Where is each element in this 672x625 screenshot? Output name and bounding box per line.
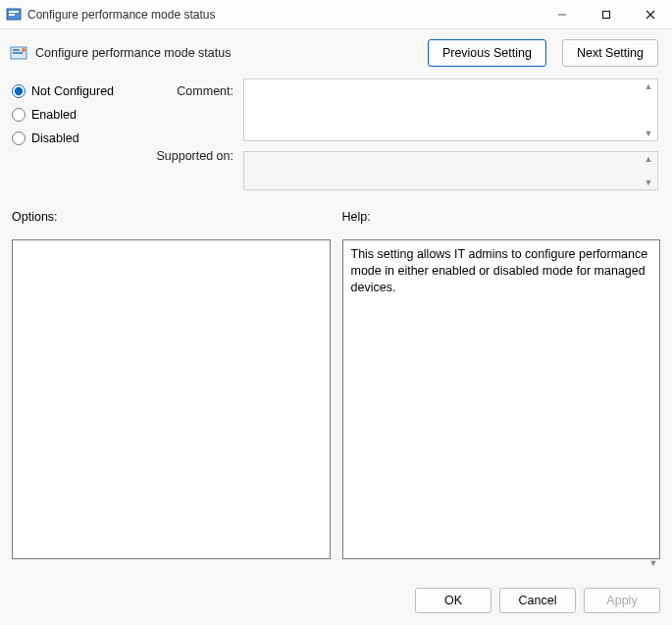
scroll-down-icon[interactable]: ▼ bbox=[642, 128, 655, 139]
svg-point-10 bbox=[22, 48, 26, 52]
scroll-up-icon[interactable]: ▲ bbox=[642, 80, 655, 92]
help-panel: This setting allows IT admins to configu… bbox=[342, 239, 661, 559]
svg-rect-4 bbox=[602, 11, 609, 18]
supported-on-field: ▲ ▼ bbox=[243, 151, 658, 190]
options-panel bbox=[12, 239, 331, 559]
radio-disabled[interactable]: Disabled bbox=[12, 131, 139, 145]
minimize-button[interactable] bbox=[540, 0, 584, 28]
radio-not-configured-input[interactable] bbox=[12, 84, 26, 98]
window-title: Configure performance mode status bbox=[27, 8, 540, 22]
options-label: Options: bbox=[12, 210, 331, 224]
help-text: This setting allows IT admins to configu… bbox=[351, 247, 648, 294]
radio-disabled-label: Disabled bbox=[31, 131, 79, 145]
radio-enabled-input[interactable] bbox=[12, 108, 26, 122]
cancel-button[interactable]: Cancel bbox=[499, 588, 576, 613]
supported-label: Supported on: bbox=[149, 149, 233, 163]
policy-icon bbox=[10, 44, 27, 62]
comment-field[interactable]: ▲ ▼ bbox=[243, 78, 658, 141]
radio-enabled[interactable]: Enabled bbox=[12, 108, 139, 122]
state-radio-group: Not Configured Enabled Disabled bbox=[12, 78, 139, 200]
scroll-up-icon[interactable]: ▲ bbox=[642, 153, 655, 165]
scroll-down-icon[interactable]: ▼ bbox=[642, 177, 655, 188]
radio-enabled-label: Enabled bbox=[31, 108, 77, 122]
svg-rect-8 bbox=[13, 49, 20, 51]
policy-title: Configure performance mode status bbox=[35, 46, 412, 60]
previous-setting-button[interactable]: Previous Setting bbox=[428, 39, 546, 67]
svg-rect-2 bbox=[9, 14, 15, 16]
help-label: Help: bbox=[342, 210, 661, 224]
header-row: Configure performance mode status Previo… bbox=[0, 29, 672, 71]
scroll-down-icon[interactable]: ▼ bbox=[646, 556, 660, 570]
help-scrollbar[interactable]: ▼ bbox=[646, 275, 660, 570]
ok-button[interactable]: OK bbox=[415, 588, 491, 613]
svg-rect-1 bbox=[9, 11, 19, 13]
maximize-button[interactable] bbox=[584, 0, 628, 28]
radio-disabled-input[interactable] bbox=[12, 131, 26, 145]
radio-not-configured[interactable]: Not Configured bbox=[12, 84, 139, 98]
next-setting-button[interactable]: Next Setting bbox=[562, 39, 658, 67]
apply-button: Apply bbox=[584, 588, 660, 613]
titlebar: Configure performance mode status bbox=[0, 0, 672, 29]
radio-not-configured-label: Not Configured bbox=[31, 84, 114, 98]
dialog-footer: OK Cancel Apply bbox=[0, 578, 672, 625]
comment-label: Comment: bbox=[149, 84, 233, 98]
close-button[interactable] bbox=[628, 0, 672, 28]
policy-app-icon bbox=[6, 7, 22, 23]
svg-rect-9 bbox=[13, 52, 23, 54]
